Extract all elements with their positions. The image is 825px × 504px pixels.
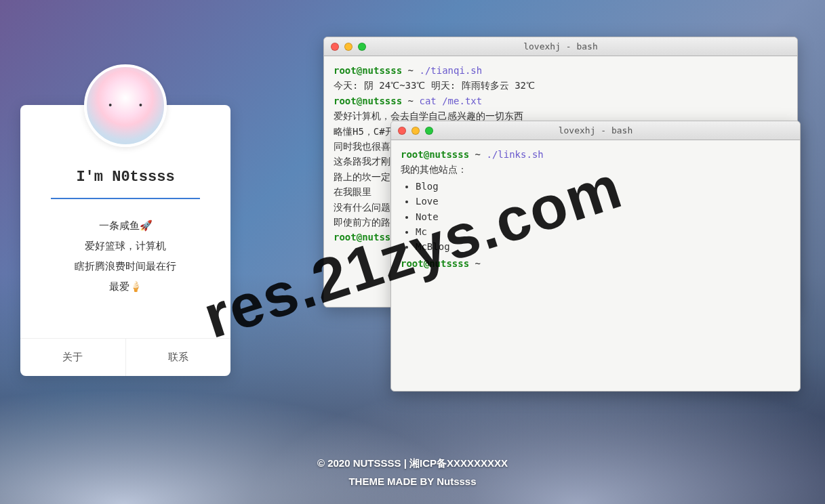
profile-card: I'm N0tssss 一条咸鱼🚀 爱好篮球，计算机 瞎折腾浪费时间最在行 最爱… [20, 105, 230, 376]
card-footer: 关于 联系 [20, 338, 230, 376]
prompt: root@nutssss [334, 96, 402, 106]
link-item[interactable]: Blog [416, 179, 790, 194]
page-footer: © 2020 NUTSSSS | 湘ICP备XXXXXXXXX THEME MA… [0, 454, 825, 490]
link-item[interactable]: Love [416, 194, 790, 209]
command: ./links.sh [486, 149, 543, 160]
titlebar[interactable]: lovexhj - bash [391, 121, 800, 140]
contact-button[interactable]: 联系 [126, 339, 231, 376]
links-list: Blog Love Note Mc McBlog [416, 179, 790, 255]
output-line: 今天: 阴 24℃~33℃ 明天: 阵雨转多云 32℃ [334, 78, 788, 93]
bio-line: 最爱🍦 [75, 276, 176, 297]
footer-line: THEME MADE BY Nutssss [0, 472, 825, 490]
window-title: lovexhj - bash [391, 125, 800, 135]
profile-title: I'm N0tssss [76, 169, 174, 186]
titlebar[interactable]: lovexhj - bash [324, 37, 797, 56]
link-item[interactable]: McBlog [416, 239, 790, 254]
link-item[interactable]: Note [416, 209, 790, 224]
footer-line: © 2020 NUTSSSS | 湘ICP备XXXXXXXXX [0, 454, 825, 472]
command: ./tianqi.sh [419, 65, 482, 76]
terminal-window-2[interactable]: lovexhj - bash root@nutssss ~ ./links.sh… [390, 121, 801, 392]
bio-line: 爱好篮球，计算机 [75, 236, 176, 256]
bio-line: 瞎折腾浪费时间最在行 [75, 256, 176, 276]
profile-bio: 一条咸鱼🚀 爱好篮球，计算机 瞎折腾浪费时间最在行 最爱🍦 [75, 215, 176, 297]
avatar [84, 64, 167, 147]
link-item[interactable]: Mc [416, 224, 790, 239]
prompt: root@nutssss [401, 258, 469, 269]
prompt: root@nutssss [401, 149, 469, 160]
about-button[interactable]: 关于 [20, 339, 126, 376]
prompt: root@nutssss [334, 65, 402, 76]
prompt: root@nutsss [334, 232, 397, 243]
bio-line: 一条咸鱼🚀 [75, 215, 176, 236]
output-line: 我的其他站点： [401, 162, 790, 177]
window-title: lovexhj - bash [324, 41, 797, 51]
terminal-body[interactable]: root@nutssss ~ ./links.sh 我的其他站点： Blog L… [391, 140, 800, 278]
command: cat /me.txt [419, 96, 482, 106]
title-underline [51, 198, 200, 199]
